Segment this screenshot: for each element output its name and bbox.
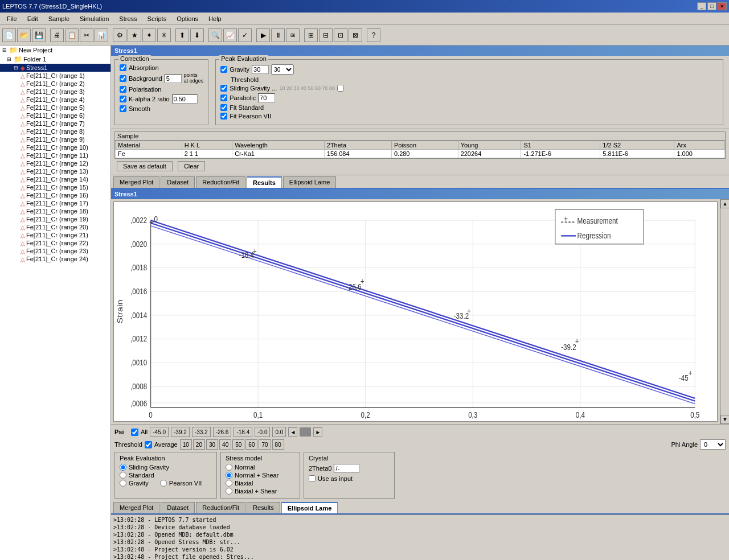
gravity-value[interactable] [252,65,269,74]
toolbar-btn10[interactable]: ⬇ [190,28,204,42]
toolbar-btn6[interactable]: ★ [128,28,141,42]
tree-stress1[interactable]: ⊟ ◆ Stress1 [0,64,110,72]
background-checkbox[interactable] [120,75,126,82]
toolbar-new[interactable]: 📄 [2,28,16,42]
toolbar-btn9[interactable]: ⬆ [175,28,189,42]
tree-range-13[interactable]: △Fe[211]_Cr (range 13) [0,167,110,175]
toolbar-save[interactable]: 💾 [32,28,46,42]
toolbar-btn2[interactable]: 📋 [65,28,79,42]
toolbar-btn11[interactable]: 🔍 [208,28,222,42]
tree-range-16[interactable]: △Fe[211]_Cr (range 16) [0,191,110,199]
psi-val-4[interactable]: -26.6 [213,427,232,437]
menu-options[interactable]: Options [172,14,203,23]
thresh-60[interactable]: 60 [245,439,257,450]
menu-sample[interactable]: Sample [44,14,74,23]
tree-range-10[interactable]: △Fe[211]_Cr (range 10) [0,143,110,151]
toolbar-btn4[interactable]: 📊 [95,28,108,42]
tree-root[interactable]: ⊟ 📁 New Project [0,46,110,55]
average-checkbox[interactable] [145,441,152,448]
toolbar-grid3[interactable]: ⊡ [334,28,347,42]
thresh-30[interactable]: 30 [206,439,218,450]
gravity-radio2[interactable] [120,480,126,487]
gravity-dropdown[interactable]: 304050 [271,64,294,75]
tree-range-19[interactable]: △Fe[211]_Cr (range 19) [0,215,110,223]
thresh-40[interactable]: 40 [219,439,231,450]
tree-range-24[interactable]: △Fe[211]_Cr (range 24) [0,255,110,263]
tree-range-3[interactable]: △Fe[211]_Cr (range 3) [0,88,110,96]
toolbar-btn13[interactable]: ✓ [238,28,252,42]
save-default-button[interactable]: Save as default [117,161,173,171]
tree-range-15[interactable]: △Fe[211]_Cr (range 15) [0,183,110,191]
psi-val-3[interactable]: -33.2 [192,427,211,437]
tab-results[interactable]: Results [247,176,282,188]
thresh-20[interactable]: 20 [193,439,205,450]
clear-button[interactable]: Clear [178,161,205,171]
tab-reduction-fit[interactable]: Reduction/Fit [196,176,245,188]
tree-range-11[interactable]: △Fe[211]_Cr (range 11) [0,151,110,159]
tree-range-18[interactable]: △Fe[211]_Cr (range 18) [0,207,110,215]
toolbar-grid2[interactable]: ⊟ [319,28,333,42]
scroll-down[interactable]: ▼ [720,415,729,424]
toolbar-btn7[interactable]: ✦ [142,28,156,42]
thresh-10[interactable]: 10 [180,439,192,450]
menu-file[interactable]: File [2,14,22,23]
toolbar-btn14[interactable]: ≋ [286,28,300,42]
psi-val-5[interactable]: -18.4 [234,427,252,437]
toolbar-btn8[interactable]: ✳ [157,28,171,42]
tab-lower-ellipsoid[interactable]: Ellipsoid Lame [281,502,338,513]
psi-val-7[interactable]: 0.0 [272,427,286,437]
sample-table-scroll[interactable]: Material H K L Wavelength 2Theta Poisson… [115,141,725,158]
tab-lower-reduction[interactable]: Reduction/Fit [196,502,245,513]
toolbar-play[interactable]: ▶ [256,28,270,42]
toolbar-btn5[interactable]: ⚙ [113,28,126,42]
psi-val-6[interactable]: -0.0 [255,427,270,437]
menu-help[interactable]: Help [204,14,226,23]
fit-pearson-checkbox[interactable] [220,113,227,120]
tree-range-22[interactable]: △Fe[211]_Cr (range 22) [0,239,110,247]
fit-standard-checkbox[interactable] [220,104,227,111]
tree-range-12[interactable]: △Fe[211]_Cr (range 12) [0,159,110,167]
tree-range-7[interactable]: △Fe[211]_Cr (range 7) [0,120,110,127]
normal-radio[interactable] [226,464,232,471]
gravity-checkbox[interactable] [220,66,227,73]
sliding-extra-cb[interactable] [337,85,344,92]
tree-range-4[interactable]: △Fe[211]_Cr (range 4) [0,96,110,104]
standard-radio[interactable] [120,472,126,479]
background-value[interactable] [165,74,182,83]
tree-range-5[interactable]: △Fe[211]_Cr (range 5) [0,104,110,112]
toolbar-btn3[interactable]: ✂ [80,28,93,42]
tab-lower-results[interactable]: Results [247,502,280,513]
tree-range-23[interactable]: △Fe[211]_Cr (range 23) [0,247,110,255]
tree-range-6[interactable]: △Fe[211]_Cr (range 6) [0,112,110,120]
scroll-up[interactable]: ▲ [720,199,729,208]
menu-simulation[interactable]: Simulation [75,14,113,23]
toolbar-help[interactable]: ? [367,28,380,42]
psi-left-arrow[interactable]: ◄ [288,427,297,437]
normal-shear-radio[interactable] [226,472,232,479]
biaxial-shear-radio[interactable] [226,488,232,495]
absorption-checkbox[interactable] [120,64,126,71]
tab-ellipsoid[interactable]: Ellipsoid Lame [283,176,337,188]
sliding-gravity-radio[interactable] [120,464,126,471]
tree-range-8[interactable]: △Fe[211]_Cr (range 8) [0,127,110,135]
toolbar-pause[interactable]: ⏸ [271,28,285,42]
biaxial-radio[interactable] [226,480,232,487]
thresh-50[interactable]: 50 [232,439,244,450]
parabolic-checkbox[interactable] [220,94,227,101]
maximize-button[interactable]: □ [707,2,716,10]
tree-range-17[interactable]: △Fe[211]_Cr (range 17) [0,199,110,207]
toolbar-print[interactable]: 🖨 [50,28,64,42]
tree-range-2[interactable]: △Fe[211]_Cr (range 2) [0,80,110,88]
kalpha-value[interactable] [172,94,198,104]
menu-scripts[interactable]: Scripts [143,14,171,23]
thresh-70[interactable]: 70 [259,439,271,450]
sliding-gravity-checkbox[interactable] [220,85,227,92]
toolbar-open[interactable]: 📂 [17,28,31,42]
close-button[interactable]: ✕ [718,2,727,10]
thresh-80[interactable]: 80 [272,439,284,450]
scroll-track[interactable] [720,208,729,415]
polarisation-checkbox[interactable] [120,86,126,93]
psi-all-checkbox[interactable] [131,429,138,436]
toolbar-grid4[interactable]: ⊠ [349,28,362,42]
psi-right-arrow[interactable]: ► [313,427,322,437]
